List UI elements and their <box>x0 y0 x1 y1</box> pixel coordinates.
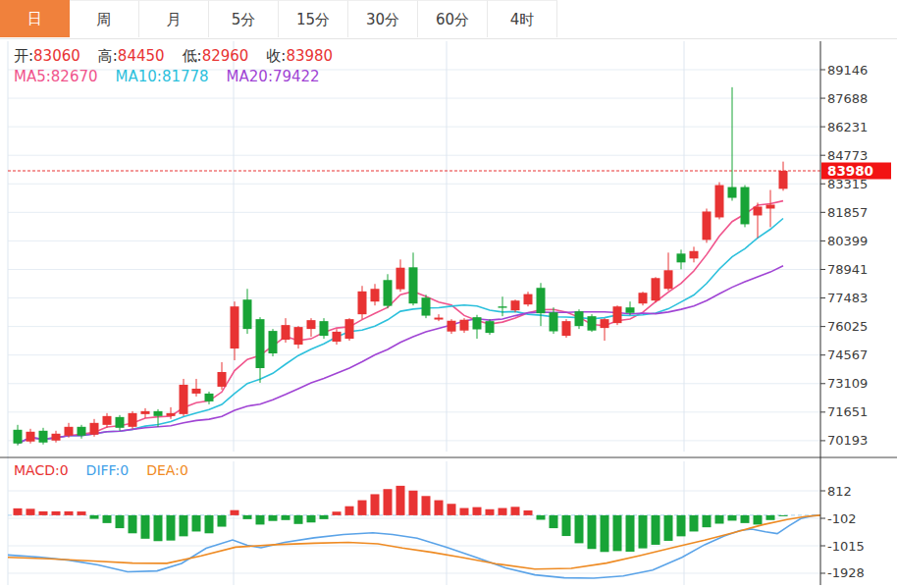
candle <box>486 321 495 333</box>
candle <box>65 427 74 436</box>
candle <box>371 289 380 301</box>
macd-bar <box>154 515 163 541</box>
candle <box>358 292 367 314</box>
macd-bar <box>116 515 125 528</box>
macd-bar <box>358 501 367 515</box>
candle <box>511 300 520 310</box>
macd-bar <box>639 515 648 549</box>
candle <box>180 385 188 414</box>
macd-bar <box>39 511 48 515</box>
macd-bar <box>282 515 290 520</box>
candle <box>537 288 546 313</box>
candle <box>154 411 163 416</box>
macd-bar <box>384 489 393 515</box>
macd-bar <box>256 515 265 525</box>
candle <box>294 327 303 345</box>
y-axis-label: 71651 <box>827 404 868 419</box>
tab-period-6[interactable]: 30分 <box>348 0 418 37</box>
kline-chart-app: 日周月5分15分30分60分4时 开:83060高:84450低:82960收:… <box>0 0 897 588</box>
candle <box>14 430 23 444</box>
macd-bar <box>345 507 354 515</box>
candle <box>409 267 418 303</box>
macd-bar <box>26 508 35 515</box>
macd-bar <box>294 515 303 524</box>
macd-summary: MACD:0DIFF:0DEA:0 <box>14 462 206 478</box>
tab-period-3[interactable]: 月 <box>139 0 209 37</box>
tab-period-1[interactable]: 日 <box>0 0 70 37</box>
tab-period-8[interactable]: 4时 <box>488 0 557 37</box>
macd-bar <box>524 510 533 515</box>
macd-bar <box>333 511 342 515</box>
candle <box>677 253 686 262</box>
candle <box>192 389 201 394</box>
candle <box>550 312 558 331</box>
macd-bar <box>231 510 239 515</box>
macd-bar <box>613 515 622 551</box>
tab-period-4[interactable]: 5分 <box>209 0 279 37</box>
candle <box>129 413 137 427</box>
macd-bar <box>754 515 763 525</box>
tab-period-7[interactable]: 60分 <box>418 0 488 37</box>
macd-bar <box>499 508 507 515</box>
candle <box>90 423 99 435</box>
y-axis-label: 86231 <box>827 120 868 134</box>
candle <box>754 206 763 215</box>
candle <box>141 411 150 414</box>
y-axis-label: 77483 <box>827 291 868 305</box>
candlestick-layer <box>14 87 788 446</box>
macd-bar <box>486 509 495 515</box>
ma5-line <box>18 201 783 444</box>
candle <box>39 431 48 443</box>
macd-bar <box>562 515 571 536</box>
macd-bar <box>537 515 546 520</box>
stat-item: MA10:81778 <box>116 68 209 85</box>
candle <box>715 186 724 218</box>
tab-period-2[interactable]: 周 <box>70 0 139 37</box>
last-price-flag-text: 83980 <box>827 163 873 179</box>
macd-bar <box>511 507 520 515</box>
macd-bar <box>741 515 750 523</box>
macd-bar <box>588 515 597 549</box>
candle <box>728 187 737 198</box>
y-axis-label: 70193 <box>827 433 868 448</box>
candle <box>664 270 673 289</box>
stat-item: 开:83060 <box>14 47 80 65</box>
candle <box>703 211 712 240</box>
y-axis-label: 76025 <box>827 319 868 334</box>
y-axis-label: 73109 <box>827 376 868 391</box>
candle <box>601 319 609 328</box>
y-axis-label: -1015 <box>827 539 865 554</box>
candle <box>26 432 35 442</box>
macd-bar <box>65 511 74 515</box>
macd-bar <box>52 511 61 515</box>
y-axis-label: -102 <box>827 511 857 526</box>
candle <box>384 280 393 305</box>
stat-item: 低:82960 <box>183 47 249 65</box>
candle <box>524 294 533 305</box>
candle <box>690 251 699 259</box>
tab-period-5[interactable]: 15分 <box>279 0 348 37</box>
y-axis-label: 84773 <box>827 148 868 163</box>
candle <box>779 171 788 188</box>
macd-bar <box>448 504 456 515</box>
ma10-line <box>18 219 783 444</box>
macd-bar <box>601 515 609 552</box>
candle <box>218 372 227 387</box>
candle <box>243 299 252 329</box>
macd-bar <box>167 515 176 541</box>
candle <box>256 319 265 368</box>
ma-lines-layer <box>18 201 783 444</box>
macd-bar <box>269 515 278 521</box>
y-axis-label: 80399 <box>827 234 868 248</box>
macd-bar <box>218 515 227 527</box>
macd-histogram-layer <box>14 486 788 552</box>
macd-bar <box>473 508 482 515</box>
chart-canvas[interactable]: 8914687688862318477383315818578039978941… <box>0 0 897 588</box>
candle <box>626 307 635 313</box>
macd-bar <box>550 515 558 528</box>
candle <box>422 297 431 315</box>
candle <box>333 332 342 342</box>
macd-bar <box>129 515 137 533</box>
y-axis-label: 89146 <box>827 63 868 78</box>
candle <box>652 278 660 300</box>
